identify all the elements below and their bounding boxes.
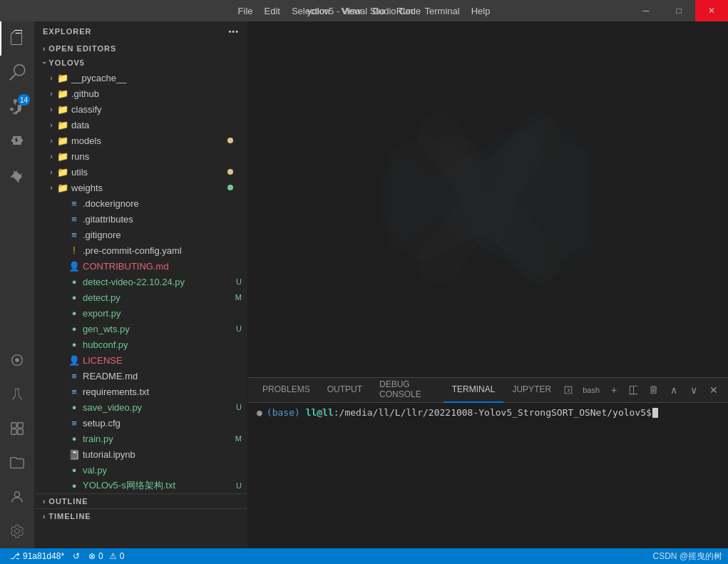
- watermark: CSDN @摇曳的树: [652, 550, 722, 563]
- activity-source-control[interactable]: 14: [0, 90, 34, 124]
- menu-terminal[interactable]: Terminal: [419, 0, 466, 21]
- error-count: 0: [98, 551, 103, 561]
- activity-pages[interactable]: [0, 411, 34, 446]
- terminal-cursor: [652, 408, 658, 418]
- weights-label: weights: [71, 183, 242, 193]
- tree-yolov5-txt[interactable]: ● YOLOv5-s网络架构.txt U: [34, 478, 247, 493]
- tab-debug-console[interactable]: DEBUG CONSOLE: [371, 378, 444, 403]
- tree-hubconf[interactable]: ● hubconf.py: [34, 337, 247, 352]
- tree-precommit[interactable]: ! .pre-commit-config.yaml: [34, 242, 247, 258]
- maximize-button[interactable]: □: [662, 0, 695, 21]
- dockerignore-label: .dockerignore: [83, 198, 242, 209]
- tree-license[interactable]: 👤 LICENSE: [34, 352, 247, 368]
- tree-val[interactable]: ● val.py: [34, 462, 247, 478]
- activity-search[interactable]: [0, 56, 34, 90]
- classify-label: classify: [71, 104, 242, 115]
- tab-jupyter[interactable]: JUPYTER: [503, 378, 560, 403]
- train-icon: ●: [68, 434, 80, 443]
- tree-dockerignore[interactable]: ≡ .dockerignore: [34, 195, 247, 211]
- gitignore-label: .gitignore: [83, 230, 242, 240]
- git-branch-status[interactable]: ⎇ 91a81d48*: [6, 548, 68, 564]
- trash-terminal-button[interactable]: [645, 381, 662, 399]
- tree-runs[interactable]: › 📁 runs: [34, 148, 247, 164]
- vscode-logo: [381, 91, 595, 307]
- tree-pycache[interactable]: › 📁 __pycache__: [34, 70, 247, 86]
- terminal-content[interactable]: ● (base) ll@ll :/media/ll/L/llr/20221008…: [248, 403, 728, 548]
- tree-detect-video[interactable]: ● detect-video-22.10.24.py U: [34, 274, 247, 289]
- terminal-path: :/media/ll/L/llr/20221008-Yolov5_StrongS…: [334, 407, 646, 418]
- window-controls: ─ □ ✕: [630, 0, 728, 21]
- tree-gen-wts[interactable]: ● gen_wts.py U: [34, 321, 247, 337]
- errors-status[interactable]: ⊗ 0 ⚠ 0: [84, 548, 128, 564]
- tree-contributing[interactable]: 👤 CONTRIBUTING.md: [34, 258, 247, 274]
- tree-utils[interactable]: › 📁 utils: [34, 164, 247, 180]
- tree-classify[interactable]: › 📁 classify: [34, 101, 247, 117]
- tree-models[interactable]: › 📁 models: [34, 133, 247, 148]
- outline-section[interactable]: › OUTLINE: [34, 493, 247, 508]
- val-icon: ●: [68, 466, 80, 474]
- tree-weights[interactable]: › 📁 weights: [34, 180, 247, 195]
- detect-video-icon: ●: [68, 277, 80, 286]
- tutorial-label: tutorial.ipynb: [83, 449, 242, 460]
- activity-account[interactable]: [0, 480, 34, 514]
- open-editors-section[interactable]: › OPEN EDITORS: [34, 41, 247, 56]
- folder-data-icon: 📁: [57, 120, 68, 130]
- data-label: data: [71, 120, 242, 130]
- tab-problems[interactable]: PROBLEMS: [254, 378, 319, 403]
- val-label: val.py: [83, 465, 242, 476]
- collapse-panel-button[interactable]: ∧: [665, 381, 682, 399]
- tree-export[interactable]: ● export.py: [34, 305, 247, 321]
- tree-requirements[interactable]: ≡ requirements.txt: [34, 384, 247, 399]
- menu-edit[interactable]: Edit: [259, 0, 286, 21]
- sidebar-more-button[interactable]: •••: [228, 27, 239, 36]
- tree-tutorial[interactable]: 📓 tutorial.ipynb: [34, 446, 247, 462]
- sync-status[interactable]: ↺: [68, 548, 84, 564]
- requirements-icon: ≡: [68, 386, 80, 397]
- close-button[interactable]: ✕: [695, 0, 728, 21]
- editor-main: [248, 21, 728, 377]
- panel: PROBLEMS OUTPUT DEBUG CONSOLE TERMINAL J…: [248, 377, 728, 548]
- menu-file[interactable]: File: [232, 0, 259, 21]
- tree-gitignore[interactable]: ≡ .gitignore: [34, 227, 247, 242]
- runs-chevron: ›: [46, 153, 57, 160]
- sidebar: EXPLORER ••• › OPEN EDITORS › YOLOV5 › 📁…: [34, 21, 248, 548]
- readme-icon: ≡: [68, 371, 80, 381]
- tree-detect[interactable]: ● detect.py M: [34, 289, 247, 305]
- activity-explorer[interactable]: [0, 21, 34, 56]
- activity-bar: 14: [0, 21, 34, 548]
- menu-help[interactable]: Help: [466, 0, 496, 21]
- activity-extensions[interactable]: [0, 158, 34, 193]
- activity-settings[interactable]: [0, 514, 34, 548]
- tree-readme[interactable]: ≡ README.md: [34, 368, 247, 384]
- tree-save-video[interactable]: ● save_video.py U: [34, 399, 247, 415]
- svg-point-6: [14, 492, 19, 497]
- split-terminal-button[interactable]: [625, 381, 642, 399]
- tree-data[interactable]: › 📁 data: [34, 117, 247, 133]
- folder-open-icon: 📁: [57, 73, 68, 83]
- activity-run[interactable]: [0, 124, 34, 158]
- minimize-button[interactable]: ─: [630, 0, 662, 21]
- folder-models-icon: 📁: [57, 135, 68, 146]
- tutorial-icon: 📓: [68, 449, 80, 460]
- new-terminal-button[interactable]: [560, 381, 577, 399]
- yolov5-section[interactable]: › YOLOV5: [34, 56, 247, 70]
- tree-setup[interactable]: ≡ setup.cfg: [34, 415, 247, 431]
- timeline-section[interactable]: › TIMELINE: [34, 508, 247, 523]
- models-dot: [227, 138, 233, 143]
- yolov5-txt-icon: ●: [68, 481, 80, 490]
- activity-remote[interactable]: [0, 343, 34, 377]
- folder-weights-icon: 📁: [57, 183, 68, 193]
- tree-train[interactable]: ● train.py M: [34, 431, 247, 446]
- tab-output[interactable]: OUTPUT: [319, 378, 371, 403]
- activity-folder[interactable]: [0, 446, 34, 480]
- add-terminal-button[interactable]: +: [605, 381, 622, 399]
- tree-github[interactable]: › 📁 .github: [34, 86, 247, 101]
- activity-testing[interactable]: [0, 377, 34, 411]
- close-panel-button[interactable]: ✕: [705, 381, 722, 399]
- tree-gitattributes[interactable]: ≡ .gitattributes: [34, 211, 247, 227]
- tab-terminal[interactable]: TERMINAL: [444, 378, 504, 403]
- expand-panel-button[interactable]: ∨: [685, 381, 702, 399]
- folder-utils-icon: 📁: [57, 167, 68, 178]
- svg-rect-4: [11, 429, 16, 434]
- readme-label: README.md: [83, 371, 242, 381]
